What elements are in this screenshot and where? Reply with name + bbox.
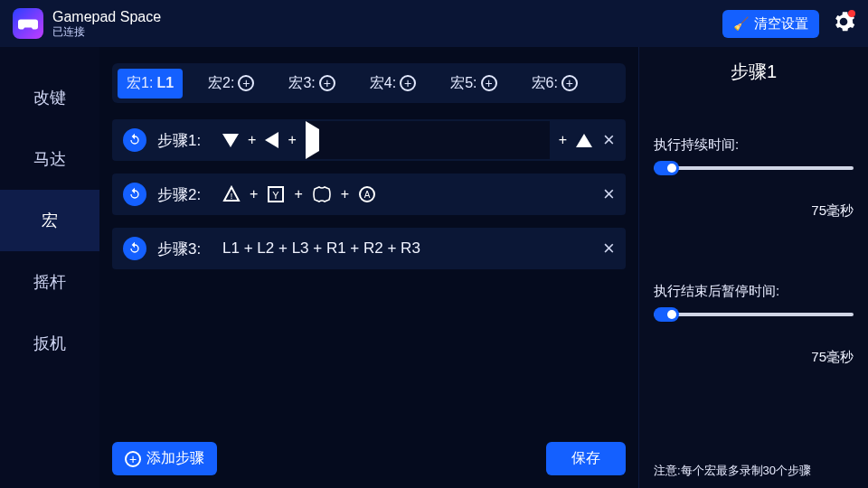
step-detail-panel: 步骤1 执行持续时间: 75毫秒 执行结束后暂停时间: 75毫秒 注意:每个宏最… — [638, 47, 868, 488]
sidebar: 改键 马达 宏 摇杆 扳机 — [0, 47, 99, 488]
sidebar-item-stick[interactable]: 摇杆 — [0, 251, 99, 313]
macro-tabs: 宏1: L1 宏2:+ 宏3:+ 宏4:+ 宏5:+ 宏6:+ — [112, 63, 626, 103]
delete-step-button[interactable]: × — [603, 237, 615, 260]
notification-dot — [848, 10, 855, 17]
tab-macro-2[interactable]: 宏2:+ — [199, 69, 263, 99]
svg-text:A: A — [364, 190, 371, 200]
delete-step-button[interactable]: × — [603, 128, 615, 152]
tab-macro-4[interactable]: 宏4:+ — [361, 69, 425, 99]
max-steps-note: 注意:每个宏最多录制30个步骤 — [654, 463, 854, 479]
cycle-icon — [123, 237, 146, 260]
dpad-left-icon — [265, 132, 278, 148]
cycle-icon — [123, 128, 146, 152]
step-content: L1 + L2 + L3 + R1 + R2 + R3 — [222, 239, 592, 258]
duration-label: 执行持续时间: — [654, 136, 854, 154]
tab-macro-1[interactable]: 宏1: L1 — [118, 69, 183, 99]
step-content: + + + — [222, 121, 592, 159]
sidebar-item-motor[interactable]: 马达 — [0, 128, 99, 190]
slider-thumb[interactable] — [654, 307, 679, 322]
plus-icon: + — [238, 75, 254, 91]
pause-slider[interactable] — [654, 307, 854, 322]
connection-status: 已连接 — [52, 25, 161, 38]
duration-value: 75毫秒 — [654, 202, 854, 220]
pause-value: 75毫秒 — [654, 349, 854, 366]
app-icon — [13, 8, 43, 39]
slider-thumb[interactable] — [654, 161, 679, 175]
broom-icon: 🧹 — [733, 16, 749, 31]
duration-slider[interactable] — [654, 161, 854, 175]
sidebar-item-remap[interactable]: 改键 — [0, 67, 99, 128]
dpad-up-icon — [576, 134, 592, 147]
x-button-icon — [312, 185, 332, 203]
y-button-icon: Y — [267, 185, 285, 203]
settings-button[interactable] — [832, 10, 855, 37]
delete-step-button[interactable]: × — [603, 183, 615, 206]
svg-text:!: ! — [231, 192, 233, 201]
step-label: 步骤3: — [157, 239, 212, 259]
plus-icon: + — [481, 75, 497, 91]
panel-title: 步骤1 — [654, 60, 854, 84]
step-row[interactable]: 步骤2: !+ Y+ + A × — [112, 174, 626, 215]
step-label: 步骤2: — [157, 184, 212, 205]
dpad-down-icon — [222, 134, 239, 147]
sidebar-item-macro[interactable]: 宏 — [0, 190, 99, 251]
tab-macro-6[interactable]: 宏6:+ — [523, 69, 587, 99]
plus-icon: + — [125, 451, 141, 467]
step-row[interactable]: 步骤3: L1 + L2 + L3 + R1 + R2 + R3 × — [112, 228, 626, 269]
sidebar-item-trigger[interactable]: 扳机 — [0, 313, 99, 374]
clear-settings-button[interactable]: 🧹 清空设置 — [722, 10, 819, 38]
tab-macro-3[interactable]: 宏3:+ — [279, 69, 344, 99]
app-title: Gamepad Space — [52, 8, 161, 25]
dpad-right-icon — [306, 121, 550, 159]
tab-macro-1-value: L1 — [156, 75, 174, 91]
plus-icon: + — [561, 75, 578, 91]
add-step-button[interactable]: + 添加步骤 — [112, 442, 217, 475]
triangle-button-icon: ! — [222, 185, 241, 203]
gamepad-icon — [18, 14, 38, 33]
pause-label: 执行结束后暂停时间: — [654, 283, 854, 300]
step-content: !+ Y+ + A — [222, 185, 592, 203]
cycle-icon — [123, 183, 146, 206]
step-label: 步骤1: — [157, 130, 212, 151]
clear-settings-label: 清空设置 — [754, 15, 808, 33]
plus-icon: + — [400, 75, 416, 91]
tab-macro-5[interactable]: 宏5:+ — [441, 69, 505, 99]
add-step-label: 添加步骤 — [146, 449, 204, 468]
plus-icon: + — [319, 75, 335, 91]
svg-text:Y: Y — [273, 190, 280, 201]
save-button[interactable]: 保存 — [546, 442, 626, 475]
step-row[interactable]: 步骤1: + + + × — [112, 119, 626, 161]
a-button-icon: A — [358, 185, 376, 203]
